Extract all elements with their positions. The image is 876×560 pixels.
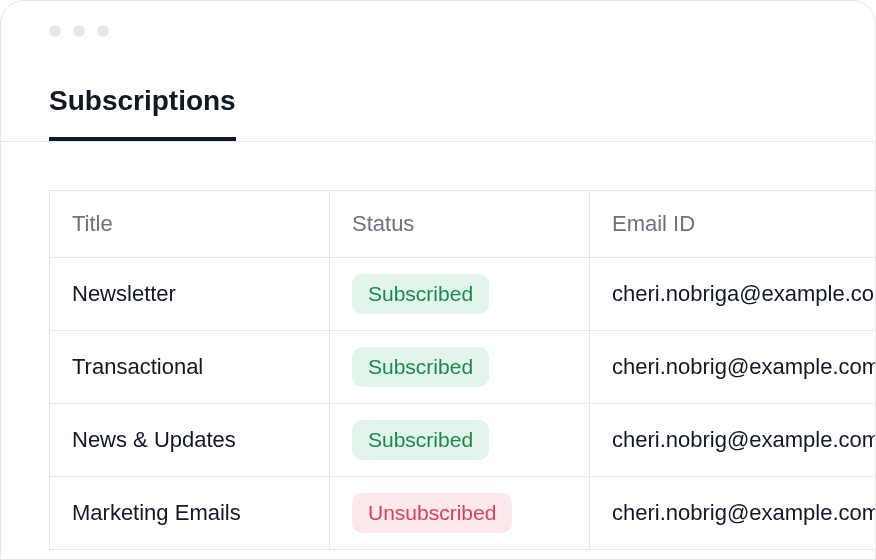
cell-title: Newsletter	[50, 258, 330, 331]
cell-status: Subscribed	[330, 331, 590, 404]
table-header-row: Title Status Email ID	[50, 191, 877, 258]
table-row[interactable]: Transactional Subscribed cheri.nobrig@ex…	[50, 331, 877, 404]
cell-status: Subscribed	[330, 404, 590, 477]
column-header-email[interactable]: Email ID	[590, 191, 877, 258]
table-row[interactable]: Marketing Emails Unsubscribed cheri.nobr…	[50, 477, 877, 550]
cell-status: Unsubscribed	[330, 477, 590, 550]
content-area: Title Status Email ID Newsletter Subscri…	[1, 142, 875, 550]
cell-email: cheri.nobriga@example.com	[590, 258, 877, 331]
status-badge: Unsubscribed	[352, 493, 512, 533]
cell-email: cheri.nobrig@example.com	[590, 331, 877, 404]
cell-title: News & Updates	[50, 404, 330, 477]
column-header-title[interactable]: Title	[50, 191, 330, 258]
window-dot-maximize[interactable]	[97, 25, 109, 37]
cell-title: Marketing Emails	[50, 477, 330, 550]
column-header-status[interactable]: Status	[330, 191, 590, 258]
cell-email: cheri.nobrig@example.com	[590, 477, 877, 550]
window-dot-minimize[interactable]	[73, 25, 85, 37]
window-dot-close[interactable]	[49, 25, 61, 37]
cell-status: Subscribed	[330, 258, 590, 331]
subscriptions-table: Title Status Email ID Newsletter Subscri…	[49, 190, 876, 550]
cell-title: Transactional	[50, 331, 330, 404]
table-body: Newsletter Subscribed cheri.nobriga@exam…	[50, 258, 877, 550]
status-badge: Subscribed	[352, 347, 489, 387]
app-window: Subscriptions Title Status Email ID News…	[0, 0, 876, 560]
status-badge: Subscribed	[352, 420, 489, 460]
status-badge: Subscribed	[352, 274, 489, 314]
tab-bar: Subscriptions	[1, 37, 875, 142]
table-row[interactable]: News & Updates Subscribed cheri.nobrig@e…	[50, 404, 877, 477]
table-row[interactable]: Newsletter Subscribed cheri.nobriga@exam…	[50, 258, 877, 331]
window-controls	[1, 1, 875, 37]
cell-email: cheri.nobrig@example.com	[590, 404, 877, 477]
tab-subscriptions[interactable]: Subscriptions	[49, 85, 236, 141]
